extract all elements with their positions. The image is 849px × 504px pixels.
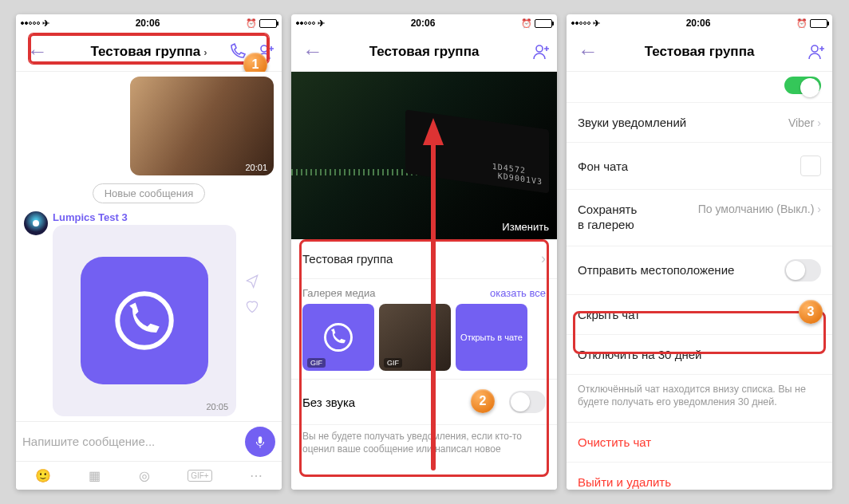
back-icon[interactable]: ← (298, 39, 328, 64)
media-gallery-strip[interactable]: GIF GIF Открыть в чате (291, 304, 557, 379)
info-title: Тестовая группа (291, 44, 557, 60)
phone-chat-screen: ✈︎ 20:06 ⏰ ← Тестовая группа› 1 20:01 Но… (16, 14, 282, 490)
new-messages-pill[interactable]: Новые сообщения (93, 183, 206, 203)
call-icon[interactable] (227, 42, 247, 61)
more-icon[interactable]: ⋯ (250, 468, 263, 483)
alarm-icon: ⏰ (796, 18, 808, 29)
step-badge-3: 3 (799, 300, 823, 324)
airplane-icon: ✈︎ (593, 18, 600, 29)
snooze-30-days-row[interactable]: Отключить на 30 дней (567, 335, 832, 375)
outgoing-image-message[interactable]: 20:01 (130, 77, 274, 175)
chat-messages[interactable]: 20:01 Новые сообщения Lumpics Test 3 20:… (16, 72, 282, 421)
airplane-icon: ✈︎ (318, 18, 325, 29)
status-time: 20:06 (411, 18, 436, 29)
send-location-row[interactable]: Отправить местоположение (567, 246, 832, 295)
battery-icon (810, 19, 827, 28)
phone-settings-screen: ✈︎ 20:06 ⏰ ← Тестовая группа Звуки уведо… (567, 14, 832, 490)
statusbar: ✈︎ 20:06 ⏰ (291, 14, 557, 32)
message-input[interactable]: Напишите сообщение... (22, 435, 240, 448)
gallery-icon[interactable]: ▦ (89, 468, 101, 483)
heart-icon[interactable] (244, 298, 260, 314)
chat-background-row[interactable]: Фон чата (567, 143, 832, 190)
clear-chat-row[interactable]: Очистить чат (567, 423, 832, 463)
signal-dots-icon (296, 22, 315, 25)
status-time: 20:06 (136, 18, 160, 29)
mute-row[interactable]: Без звука (291, 379, 557, 425)
settings-header: ← Тестовая группа (567, 32, 832, 72)
alarm-icon: ⏰ (246, 18, 257, 29)
snooze-note: Отключённый чат находится внизу списка. … (567, 375, 832, 423)
background-preview (800, 156, 821, 176)
leave-and-delete-row[interactable]: Выйти и удалить (567, 463, 832, 490)
statusbar: ✈︎ 20:06 ⏰ (567, 14, 832, 32)
info-header: ← Тестовая группа (291, 32, 557, 72)
viber-logo-icon (81, 257, 208, 384)
gif-tag: GIF (384, 358, 402, 368)
message-timestamp: 20:05 (206, 402, 228, 411)
media-thumb[interactable]: GIF (379, 304, 451, 371)
svg-point-5 (326, 325, 352, 351)
location-toggle[interactable] (784, 259, 821, 282)
signal-dots-icon (571, 22, 590, 25)
mute-toggle[interactable] (509, 391, 546, 413)
message-reactions[interactable] (244, 273, 260, 314)
mic-button[interactable] (245, 427, 275, 457)
back-icon[interactable]: ← (22, 39, 53, 64)
sticker-icon[interactable]: 🙂 (35, 468, 51, 483)
svg-point-0 (261, 45, 267, 52)
statusbar: ✈︎ 20:06 ⏰ (16, 14, 282, 32)
alarm-icon: ⏰ (521, 18, 532, 29)
edit-cover-button[interactable]: Изменить (502, 221, 549, 233)
smart-toggle[interactable] (784, 77, 821, 94)
add-user-icon[interactable] (531, 42, 551, 61)
group-name-row[interactable]: Тестовая группа › (291, 239, 557, 279)
svg-rect-3 (259, 436, 263, 443)
sender-name[interactable]: Lumpics Test 3 (53, 211, 274, 223)
add-user-icon[interactable] (807, 42, 826, 61)
mute-note: Вы не будете получать уведомления, если … (291, 425, 557, 455)
message-timestamp: 20:01 (245, 163, 267, 172)
back-icon[interactable]: ← (573, 39, 603, 64)
gif-icon[interactable]: GIF+ (188, 470, 212, 482)
signal-dots-icon (21, 22, 40, 25)
battery-icon (259, 19, 277, 28)
settings-title: Тестовая группа (567, 44, 832, 60)
chat-header: ← Тестовая группа› (16, 32, 282, 72)
message-composer: Напишите сообщение... (16, 421, 282, 461)
hide-chat-row[interactable]: Скрыть чат (567, 295, 832, 335)
media-gallery-header: Галерея медиа оказать все (291, 279, 557, 304)
share-icon[interactable] (244, 273, 260, 289)
partial-toggle-row (567, 72, 832, 103)
svg-point-4 (536, 45, 543, 52)
incoming-message[interactable]: 20:05 (53, 225, 236, 416)
show-all-button[interactable]: оказать все (490, 287, 546, 299)
airplane-icon: ✈︎ (42, 18, 49, 29)
svg-point-6 (811, 45, 818, 52)
camera-icon[interactable]: ◎ (139, 468, 150, 483)
composer-toolbar: 🙂 ▦ ◎ GIF+ ⋯ (16, 461, 282, 490)
group-cover-image[interactable]: Изменить (291, 72, 557, 239)
status-time: 20:06 (686, 18, 711, 29)
chevron-right-icon: › (817, 203, 821, 215)
svg-point-2 (117, 293, 172, 348)
battery-icon (535, 19, 552, 28)
media-thumb[interactable]: Открыть в чате (456, 304, 527, 371)
svg-point-1 (33, 220, 39, 226)
step-badge-2: 2 (471, 389, 495, 413)
chevron-right-icon: › (541, 250, 546, 267)
notification-sounds-row[interactable]: Звуки уведомлений Viber› (567, 103, 832, 143)
sender-avatar[interactable] (24, 211, 48, 235)
chevron-right-icon: › (203, 46, 207, 58)
chevron-right-icon: › (817, 116, 821, 129)
settings-list[interactable]: Звуки уведомлений Viber› Фон чата Сохран… (567, 72, 832, 490)
gif-tag: GIF (307, 358, 326, 368)
media-thumb[interactable]: GIF (302, 304, 374, 371)
save-to-gallery-row[interactable]: Сохранятьв галерею По умолчанию (Выкл.)› (567, 190, 832, 246)
phone-info-screen: ✈︎ 20:06 ⏰ ← Тестовая группа Изменить Те… (291, 14, 557, 490)
